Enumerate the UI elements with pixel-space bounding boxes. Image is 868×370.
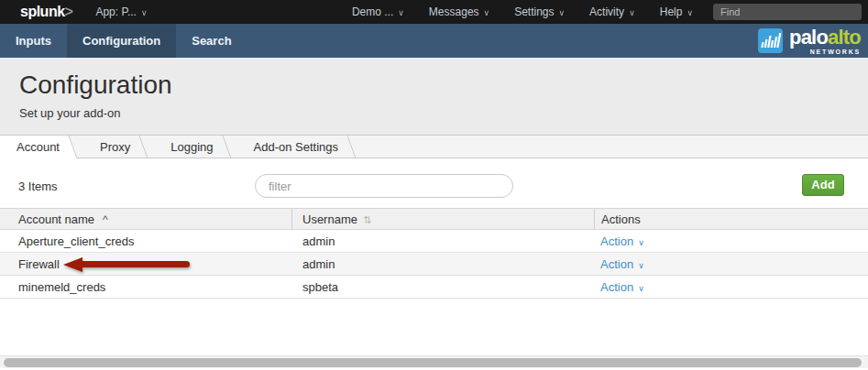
brand-word-alto: alto <box>828 26 861 49</box>
page-title: Configuration <box>19 71 868 100</box>
filter-input[interactable] <box>255 174 513 198</box>
menu-label: Activity <box>589 5 624 18</box>
nav-tab-label: Inputs <box>16 34 51 48</box>
table-row: Aperture_client_creds admin Action∨ <box>0 230 868 253</box>
table-header-row: Account name^ Username⇅ Actions <box>0 208 868 230</box>
cell-account-name: Firewall <box>0 257 291 271</box>
app-nav-bar: Inputs Configuration Search paloalto <box>0 24 868 58</box>
chevron-down-icon: ∨ <box>687 8 693 17</box>
column-label: Account name <box>18 212 94 226</box>
nav-tab-configuration[interactable]: Configuration <box>67 24 176 58</box>
menu-activity[interactable]: Activity∨ <box>589 5 635 18</box>
nav-tab-label: Search <box>192 34 231 48</box>
chevron-down-icon: ∨ <box>398 8 404 17</box>
action-label: Action <box>600 257 633 271</box>
tab-addon-settings[interactable]: Add-on Settings <box>237 136 363 158</box>
action-dropdown[interactable]: Action∨ <box>600 234 644 248</box>
column-header-actions: Actions <box>594 209 868 229</box>
chevron-down-icon: ∨ <box>141 8 148 17</box>
paloalto-wordmark: paloalto NETWORKS <box>789 27 861 55</box>
menu-label: Demo ... <box>352 5 393 18</box>
find-input[interactable] <box>713 4 862 20</box>
tab-label: Add-on Settings <box>254 140 339 154</box>
chevron-down-icon: ∨ <box>638 238 644 247</box>
column-header-account-name[interactable]: Account name^ <box>0 212 291 226</box>
config-tab-strip: Account Proxy Logging Add-on Settings <box>0 135 868 158</box>
tab-proxy[interactable]: Proxy <box>83 136 154 158</box>
cell-username: admin <box>291 234 594 248</box>
cell-username: spbeta <box>291 280 594 294</box>
column-header-username[interactable]: Username⇅ <box>291 209 594 229</box>
tab-label: Logging <box>170 140 213 154</box>
tab-label: Account <box>16 140 60 154</box>
splunk-logo[interactable]: splunk> <box>20 4 72 20</box>
paloalto-networks-logo: paloalto NETWORKS <box>758 24 861 58</box>
chevron-down-icon: ∨ <box>484 8 490 17</box>
top-menu-group: Demo ...∨ Messages∨ Settings∨ Activity∨ … <box>352 5 693 18</box>
menu-label: Settings <box>514 5 554 18</box>
splunk-top-bar: splunk> App: P...∨ Demo ...∨ Messages∨ S… <box>0 0 868 24</box>
cell-username: admin <box>291 257 594 271</box>
page-subtitle: Set up your add-on <box>19 106 868 120</box>
splunk-logo-chevron-icon: > <box>65 4 73 19</box>
splunk-logo-text: splunk <box>20 4 65 19</box>
action-label: Action <box>600 234 633 248</box>
accounts-table: Account name^ Username⇅ Actions Aperture… <box>0 208 868 299</box>
nav-tab-label: Configuration <box>82 34 160 48</box>
table-row: Firewall admin Action∨ <box>0 253 868 276</box>
action-dropdown[interactable]: Action∨ <box>600 280 644 294</box>
sort-ascending-icon: ^ <box>103 213 108 226</box>
chevron-down-icon: ∨ <box>638 284 644 293</box>
chevron-down-icon: ∨ <box>629 8 635 17</box>
chevron-down-icon: ∨ <box>638 261 644 270</box>
table-row: minemeld_creds spbeta Action∨ <box>0 276 868 299</box>
add-button[interactable]: Add <box>802 174 844 196</box>
tab-label: Proxy <box>100 140 130 154</box>
chevron-down-icon: ∨ <box>559 8 566 17</box>
nav-tab-inputs[interactable]: Inputs <box>0 24 67 58</box>
action-dropdown[interactable]: Action∨ <box>600 257 644 271</box>
tab-logging[interactable]: Logging <box>154 136 236 158</box>
menu-help[interactable]: Help∨ <box>660 5 693 18</box>
cell-account-name: Aperture_client_creds <box>0 234 291 248</box>
menu-settings[interactable]: Settings∨ <box>514 5 565 18</box>
menu-demo[interactable]: Demo ...∨ <box>352 5 404 18</box>
splunk-addon-configuration-page: splunk> App: P...∨ Demo ...∨ Messages∨ S… <box>0 0 868 370</box>
horizontal-scrollbar-track[interactable] <box>0 355 868 368</box>
action-label: Action <box>600 280 633 294</box>
brand-word-palo: palo <box>789 26 828 49</box>
app-menu-label: App: P... <box>95 5 136 18</box>
menu-messages[interactable]: Messages∨ <box>429 5 489 18</box>
horizontal-scrollbar-thumb[interactable] <box>4 358 862 367</box>
paloalto-logo-icon <box>758 28 783 53</box>
paloalto-wordmark-text: paloalto <box>789 27 861 48</box>
app-menu[interactable]: App: P...∨ <box>95 5 147 18</box>
paloalto-waveform-icon <box>758 28 783 53</box>
tab-account[interactable]: Account <box>0 136 83 158</box>
page-header: Configuration Set up your add-on <box>0 58 868 135</box>
nav-tab-search[interactable]: Search <box>176 24 247 58</box>
sort-both-icon: ⇅ <box>363 214 371 225</box>
brand-networks-text: NETWORKS <box>810 49 861 55</box>
column-label: Actions <box>601 212 641 226</box>
items-count: 3 Items <box>18 180 58 193</box>
cell-account-name: minemeld_creds <box>0 280 291 294</box>
menu-label: Help <box>660 5 683 18</box>
menu-label: Messages <box>429 5 479 18</box>
column-label: Username <box>302 212 357 226</box>
